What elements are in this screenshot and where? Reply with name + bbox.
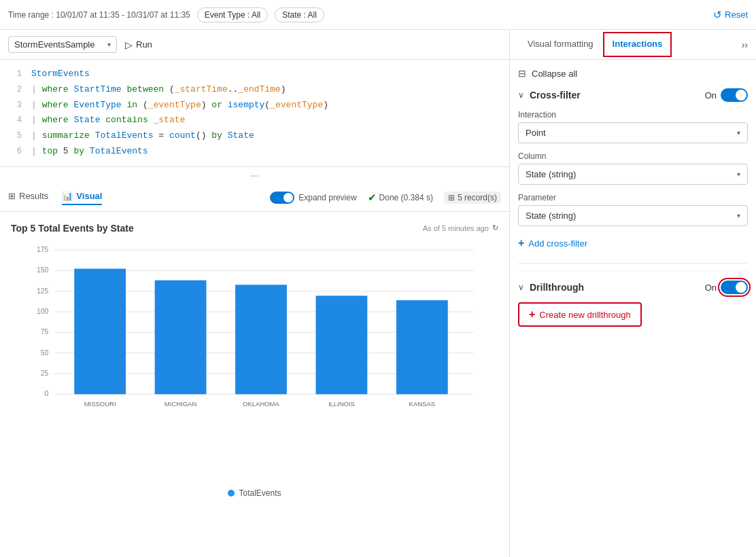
database-select[interactable]: StormEventsSample ▾ — [8, 36, 117, 53]
svg-text:KANSAS: KANSAS — [409, 400, 435, 408]
section-divider — [518, 263, 748, 264]
code-line-1: 1 StormEvents — [0, 67, 509, 82]
add-cross-filter-button[interactable]: + Add cross-filter — [518, 234, 587, 252]
parameter-label: Parameter — [518, 193, 748, 202]
cross-filter-toggle[interactable] — [721, 88, 748, 102]
collapse-all-icon: ⊟ — [518, 68, 526, 79]
svg-text:0: 0 — [45, 390, 49, 397]
state-filter[interactable]: State : All — [275, 7, 324, 22]
tab-visual-formatting[interactable]: Visual formatting — [518, 32, 603, 57]
legend-dot — [228, 490, 235, 497]
tab-results[interactable]: ⊞ Results — [8, 191, 48, 205]
cross-filter-section: ∨ Cross-filter On Interaction Point ▾ Co… — [518, 88, 748, 252]
drillthrough-header: ∨ Drillthrough On — [518, 281, 748, 294]
expand-preview-toggle[interactable]: Expand preview — [270, 192, 356, 204]
code-line-5: 5 | summarize TotalEvents = count() by S… — [0, 128, 509, 144]
check-icon: ✔ — [368, 192, 377, 204]
query-bar: StormEventsSample ▾ ▷ Run — [0, 30, 509, 60]
right-panel: Visual formatting Interactions ›› ⊟ Coll… — [510, 30, 756, 557]
svg-text:125: 125 — [37, 287, 49, 294]
cross-filter-toggle-container: On — [705, 88, 748, 102]
code-line-2: 2 | where StartTime between (_startTime.… — [0, 82, 509, 98]
tab-interactions[interactable]: Interactions — [603, 32, 672, 57]
tabs-row: ⊞ Results 📊 Visual Expand preview ✔ Done… — [0, 185, 509, 212]
svg-text:MISSOURI: MISSOURI — [84, 400, 116, 408]
chart-timestamp: As of 5 minutes ago ↻ — [423, 223, 498, 232]
tab-right-area: Expand preview ✔ Done (0.384 s) ⊞ 5 reco… — [270, 192, 501, 204]
event-type-filter[interactable]: Event Type : All — [197, 7, 269, 22]
bar-michigan[interactable] — [155, 280, 207, 394]
bar-oklahoma[interactable] — [235, 285, 287, 394]
main-layout: StormEventsSample ▾ ▷ Run 1 StormEvents … — [0, 30, 756, 557]
top-bar: Time range : 10/01/07 at 11:35 - 10/31/0… — [0, 0, 756, 30]
drillthrough-toggle-container: On — [705, 281, 748, 294]
done-badge: ✔ Done (0.384 s) — [368, 192, 433, 204]
code-line-3: 3 | where EventType in (_eventType) or i… — [0, 98, 509, 113]
run-icon: ▷ — [125, 39, 133, 50]
svg-text:25: 25 — [41, 370, 49, 377]
bar-kansas[interactable] — [396, 300, 448, 394]
interaction-select[interactable]: Point ▾ — [518, 122, 748, 143]
run-button[interactable]: ▷ Run — [125, 39, 152, 50]
chart-legend: TotalEvents — [11, 488, 498, 498]
column-chevron-icon: ▾ — [737, 170, 740, 178]
chevron-down-icon: ▾ — [107, 41, 111, 48]
right-content: ⊟ Collapse all ∨ Cross-filter On Interac… — [510, 60, 756, 557]
svg-text:150: 150 — [37, 266, 49, 274]
expand-toggle-switch[interactable] — [270, 192, 294, 204]
parameter-chevron-icon: ▾ — [737, 212, 740, 219]
svg-text:ILLINOIS: ILLINOIS — [328, 400, 355, 408]
interaction-chevron-icon: ▾ — [737, 129, 740, 137]
code-ellipsis: ··· — [0, 167, 509, 185]
drillthrough-section: ∨ Drillthrough On + Create new drillthro… — [518, 270, 748, 327]
table-icon: ⊞ — [8, 191, 16, 201]
reset-icon: ↺ — [713, 9, 722, 21]
collapse-all-row[interactable]: ⊟ Collapse all — [518, 68, 748, 79]
svg-text:50: 50 — [41, 348, 49, 356]
svg-text:OKLAHOMA: OKLAHOMA — [243, 400, 279, 408]
svg-text:175: 175 — [37, 246, 49, 253]
records-badge: ⊞ 5 record(s) — [444, 192, 501, 204]
column-select[interactable]: State (string) ▾ — [518, 164, 748, 185]
reset-button[interactable]: ↺ Reset — [713, 9, 748, 21]
svg-text:75: 75 — [41, 328, 49, 336]
svg-text:100: 100 — [37, 308, 49, 315]
code-editor[interactable]: 1 StormEvents 2 | where StartTime betwee… — [0, 60, 509, 167]
left-panel: StormEventsSample ▾ ▷ Run 1 StormEvents … — [0, 30, 510, 557]
cross-filter-chevron[interactable]: ∨ — [518, 90, 524, 100]
records-icon: ⊞ — [448, 193, 455, 202]
svg-text:MICHIGAN: MICHIGAN — [165, 400, 197, 408]
chart-title: Top 5 Total Events by State — [11, 223, 134, 234]
drillthrough-chevron[interactable]: ∨ — [518, 283, 524, 292]
chart-icon: 📊 — [62, 191, 73, 201]
refresh-icon[interactable]: ↻ — [492, 223, 498, 232]
code-line-6: 6 | top 5 by TotalEvents — [0, 144, 509, 160]
create-drillthrough-button[interactable]: + Create new drillthrough — [518, 302, 642, 327]
bar-illinois[interactable] — [316, 295, 368, 394]
code-line-4: 4 | where State contains _state — [0, 113, 509, 128]
drillthrough-toggle[interactable] — [721, 281, 748, 294]
bar-chart: 175 150 125 100 75 50 25 0 — [11, 239, 498, 484]
plus-icon: + — [518, 237, 524, 249]
cross-filter-header: ∨ Cross-filter On — [518, 88, 748, 102]
interaction-label: Interaction — [518, 110, 748, 120]
chart-area: Top 5 Total Events by State As of 5 minu… — [0, 212, 509, 557]
plus-drillthrough-icon: + — [529, 308, 535, 321]
parameter-select[interactable]: State (string) ▾ — [518, 205, 748, 226]
timerange-label: Time range : 10/01/07 at 11:35 - 10/31/0… — [8, 10, 190, 20]
expand-panel-icon[interactable]: ›› — [742, 39, 748, 50]
chart-title-row: Top 5 Total Events by State As of 5 minu… — [11, 223, 498, 234]
bar-missouri[interactable] — [74, 268, 126, 394]
right-header: Visual formatting Interactions ›› — [510, 30, 756, 60]
tab-visual[interactable]: 📊 Visual — [62, 191, 102, 205]
column-label: Column — [518, 151, 748, 161]
